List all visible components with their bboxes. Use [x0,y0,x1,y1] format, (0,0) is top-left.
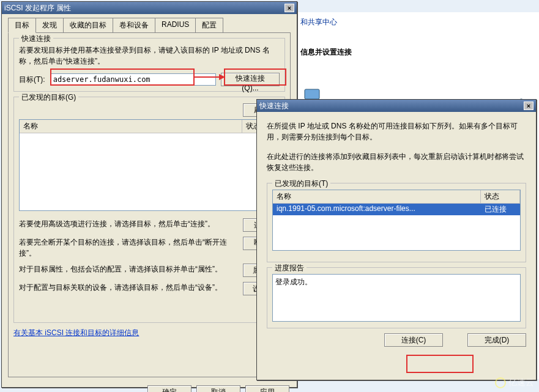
titlebar: iSCSI 发起程序 属性 × [2,2,297,14]
titlebar: 快速连接 × [257,100,536,112]
dialog-title: iSCSI 发起程序 属性 [4,2,71,14]
target-label: 目标(T): [19,75,45,85]
tab-discovery[interactable]: 发现 [35,18,64,33]
bg-sub: 信息并设置连接 [300,47,533,57]
target-input[interactable] [50,73,216,86]
bg-header: 和共享中心 [300,16,533,29]
dialog-body: 在所提供 IP 地址或 DNS 名称处的可用连接目标如下所列。如果有多个目标可用… [257,112,536,355]
svg-rect-0 [305,89,319,99]
group-discovered: 已发现的目标(G) 刷新 名称 状态 若要使用高级选项进行连接，请选择目标，然后… [13,97,285,323]
ok-button[interactable]: 确定 [147,385,191,392]
apply-button[interactable]: 应用 [245,385,289,392]
col-name: 名称 [20,120,242,133]
quick-desc: 若要发现目标并使用基本连接登录到目标，请键入该目标的 IP 地址或 DNS 名称… [19,45,280,67]
desc1: 在所提供 IP 地址或 DNS 名称处的可用连接目标如下所列。如果有多个目标可用… [267,120,526,142]
done-button[interactable]: 完成(D) [467,333,526,347]
progress-text: 登录成功。 [272,274,521,322]
discovered-list[interactable]: 名称 状态 [19,119,280,211]
tab-target[interactable]: 目标 [8,18,36,33]
close-icon[interactable]: × [284,4,294,12]
connect-button[interactable]: 连接(C) [384,333,443,347]
hint-disconnect: 若要完全断开某个目标的连接，请选择该目标，然后单击“断开连接”。 [19,237,237,259]
list-item[interactable]: iqn.1991-05.com.microsoft:adserver-files… [273,204,520,215]
group-label: 进度报告 [272,263,307,273]
cancel-button[interactable]: 取消 [196,385,240,392]
group-progress: 进度报告 登录成功。 [267,267,526,328]
logo-icon [495,377,506,388]
group-label: 已发现的目标(G) [19,92,78,103]
list-header: 名称 状态 [20,120,279,133]
item-name: iqn.1991-05.com.microsoft:adserver-files… [273,204,481,215]
col-state: 状态 [481,190,520,203]
tab-config[interactable]: 配置 [195,18,223,33]
group-label: 已发现的目标(T) [272,179,330,189]
discovered-list[interactable]: 名称 状态 iqn.1991-05.com.microsoft:adserver… [272,190,521,251]
iscsi-properties-dialog: iSCSI 发起程序 属性 × 目标 发现 收藏的目标 卷和设备 RADIUS … [1,1,297,388]
group-quick-connect: 快速连接 若要发现目标并使用基本连接登录到目标，请键入该目标的 IP 地址或 D… [13,38,285,92]
help-link[interactable]: 有关基本 iSCSI 连接和目标的详细信息 [13,328,139,337]
tab-favorites[interactable]: 收藏的目标 [63,18,113,33]
hint-properties: 对于目标属性，包括会话的配置，请选择该目标并单击“属性”。 [19,264,237,277]
quick-connect-button[interactable]: 快速连接(Q)... [221,73,280,86]
dialog-title: 快速连接 [259,100,289,112]
item-state: 已连接 [481,204,520,215]
watermark: 亿速云 [495,377,534,388]
tab-radius[interactable]: RADIUS [155,18,196,33]
quick-connect-dialog: 快速连接 × 在所提供 IP 地址或 DNS 名称处的可用连接目标如下所列。如果… [256,99,537,380]
group-discovered: 已发现的目标(T) 名称 状态 iqn.1991-05.com.microsof… [267,183,526,262]
col-name: 名称 [273,190,481,203]
desc2: 在此处进行的连接将添加到收藏目标列表中，每次重新启动该计算机时都将尝试恢复这些连… [267,151,526,173]
hint-connect: 若要使用高级选项进行连接，请选择目标，然后单击“连接”。 [19,218,237,232]
tab-volumes[interactable]: 卷和设备 [113,18,155,33]
group-label: 快速连接 [19,34,53,44]
dialog-footer: 确定 取消 应用 [2,382,297,392]
list-header: 名称 状态 [273,190,520,204]
tab-strip: 目标 发现 收藏的目标 卷和设备 RADIUS 配置 [2,14,297,33]
tab-panel: 快速连接 若要发现目标并使用基本连接登录到目标，请键入该目标的 IP 地址或 D… [8,32,291,377]
hint-devices: 对于配置与目标关联的设备，请选择该目标，然后单击“设备”。 [19,282,237,295]
close-icon[interactable]: × [524,102,533,110]
